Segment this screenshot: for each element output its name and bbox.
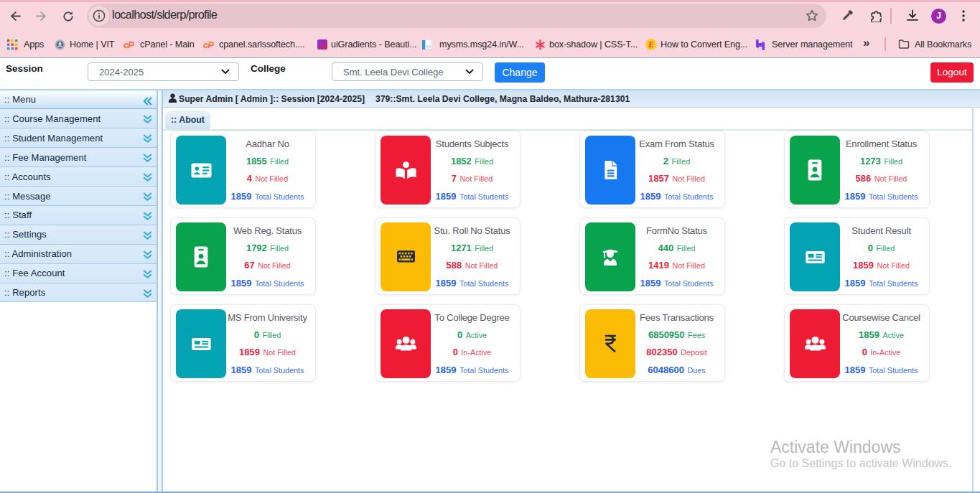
svg-text:E: E xyxy=(648,39,654,50)
